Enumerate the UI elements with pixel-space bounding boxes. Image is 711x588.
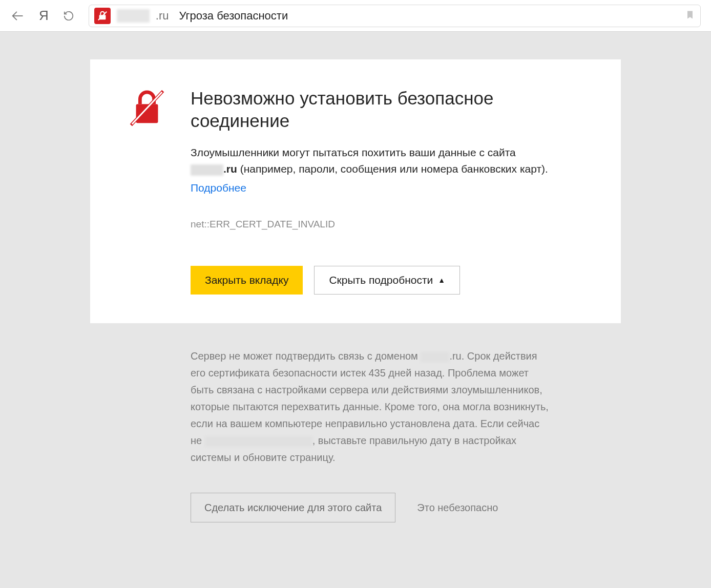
warning-body: Злоумышленники могут пытаться похитить в… [191,144,584,197]
reload-button[interactable] [63,10,74,22]
tab-title: Угроза безопасности [179,9,288,23]
address-bar[interactable]: .ru Угроза безопасности [89,5,701,27]
blurred-date [205,436,312,447]
details-part1: Сервер не может подтвердить связь с доме… [191,350,421,362]
hide-details-label: Скрыть подробности [329,274,433,286]
blurred-domain-details [421,352,449,362]
chevron-up-icon: ▲ [438,276,445,284]
warning-title: Невозможно установить безопасное соедине… [191,87,559,132]
hide-details-button[interactable]: Скрыть подробности ▲ [314,266,460,295]
back-button[interactable] [10,9,25,23]
yandex-home-button[interactable]: Я [39,8,49,24]
bookmark-icon[interactable] [685,9,695,23]
warning-domain-suffix: .ru [223,163,237,175]
close-tab-button[interactable]: Закрыть вкладку [191,266,303,295]
warning-body-before: Злоумышленники могут пытаться похитить в… [191,146,516,158]
more-details-link[interactable]: Подробнее [191,180,246,197]
make-exception-button[interactable]: Сделать исключение для этого сайта [191,493,395,522]
insecure-lock-icon [127,87,167,129]
warning-buttons: Закрыть вкладку Скрыть подробности ▲ [191,266,584,295]
unsafe-link[interactable]: Это небезопасно [417,502,498,514]
error-code: net::ERR_CERT_DATE_INVALID [191,219,584,230]
warning-body-after: (например, пароли, сообщения или номера … [237,163,548,175]
warning-header: Невозможно установить безопасное соедине… [127,87,584,132]
blurred-domain [191,164,223,176]
address-domain-blurred [117,9,150,23]
details-domain-suffix: .ru [449,350,461,362]
page-content: Невозможно установить безопасное соедине… [0,32,711,552]
details-part2: . Срок действия его сертификата безопасн… [191,350,549,446]
details-panel: Сервер не может подтвердить связь с доме… [90,323,621,552]
details-text: Сервер не может подтвердить связь с доме… [191,348,549,466]
browser-toolbar: Я .ru Угроза безопасности [0,0,711,32]
security-warning-icon [94,8,111,24]
details-buttons: Сделать исключение для этого сайта Это н… [191,493,584,522]
address-domain-suffix: .ru [156,9,169,23]
warning-card: Невозможно установить безопасное соедине… [90,59,621,323]
